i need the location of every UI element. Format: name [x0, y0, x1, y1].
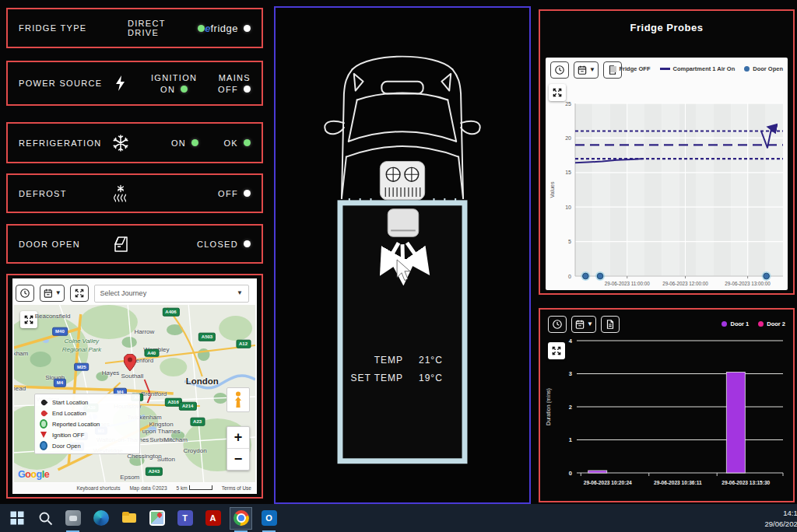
- time-range-button[interactable]: [548, 316, 567, 333]
- taskbar-icon-acrobat[interactable]: A: [202, 508, 223, 529]
- fridge-probes-panel: Fridge Probes ▼ Fridge OFFCompartment 1 …: [539, 9, 795, 295]
- zoom-in-button[interactable]: +: [227, 427, 249, 449]
- map-town-label: okham: [14, 349, 28, 356]
- expand-button[interactable]: [70, 285, 89, 302]
- probe-chart: 0510152025Values29-06-2023 11:00:0029-06…: [546, 81, 788, 289]
- svg-text:25: 25: [565, 101, 571, 107]
- legend-label: Door 1: [730, 320, 749, 327]
- dot-marker: [744, 66, 750, 72]
- date-picker-button[interactable]: ▼: [574, 61, 599, 79]
- map-town-label: head: [14, 385, 26, 392]
- map-town-label: London: [186, 376, 219, 386]
- keyboard-shortcuts-link[interactable]: Keyboard shortcuts: [76, 485, 120, 491]
- door-panel: DOOR OPEN CLOSED: [6, 224, 263, 264]
- square-marker: [610, 66, 616, 72]
- svg-text:15: 15: [565, 170, 571, 175]
- temp-value: 21°C: [419, 355, 443, 366]
- svg-text:3: 3: [569, 370, 572, 377]
- road-badge: M40: [52, 327, 68, 336]
- mains-dot: [244, 86, 251, 93]
- svg-text:4: 4: [569, 338, 573, 345]
- car-door-icon: [111, 234, 131, 254]
- date-picker-button[interactable]: ▼: [571, 316, 596, 333]
- google-logo: Google: [18, 469, 49, 480]
- map-town-label: Hayes: [102, 369, 120, 376]
- road-badge: A503: [198, 333, 216, 341]
- svg-text:2: 2: [569, 404, 572, 411]
- svg-text:0: 0: [569, 470, 572, 477]
- brand-logo: efridge: [205, 23, 238, 34]
- taskbar-icon-edge[interactable]: [90, 508, 111, 529]
- set-temp-label: SET TEMP: [342, 373, 403, 383]
- map-town-label: Brentford: [141, 390, 167, 397]
- location-pin-icon[interactable]: [124, 354, 136, 374]
- taskbar-icon-outlook[interactable]: O: [258, 508, 279, 529]
- door-label: DOOR OPEN: [19, 240, 111, 249]
- zoom-out-button[interactable]: −: [227, 449, 249, 470]
- temperature-readout: TEMP 21°C SET TEMP 19°C: [342, 355, 467, 390]
- taskbar-icon-app-gray[interactable]: [62, 508, 83, 529]
- legend-item-door-open[interactable]: Door Open: [744, 65, 783, 72]
- clock-date: 29/06/2023: [747, 519, 797, 530]
- legend-label: Door Open: [753, 65, 783, 72]
- probe-chart-card: ▼ Fridge OFFCompartment 1 Air OnDoor Ope…: [546, 58, 788, 290]
- vehicle-panel: TEMP 21°C SET TEMP 19°C: [274, 6, 531, 504]
- taskbar-clock[interactable]: 14:16 29/06/2023: [747, 508, 797, 530]
- drive-mode-value: DIRECT DRIVE: [128, 19, 192, 37]
- map-zoom-control: + −: [226, 426, 250, 471]
- taskbar-icon-maps[interactable]: [146, 508, 167, 529]
- map-view[interactable]: BeaconsfieldColne ValleyRegional ParkHar…: [14, 305, 255, 482]
- legend-item-door-2[interactable]: Door 2: [758, 320, 785, 327]
- dot-marker: [722, 321, 727, 327]
- map-town-label: Beaconsfield: [35, 312, 71, 319]
- refrigeration-state-dot: [191, 139, 198, 146]
- power-source-panel: POWER SOURCE IGNITION ON MAINS OFF: [6, 61, 263, 106]
- legend-item-fridge-off[interactable]: Fridge OFF: [610, 65, 651, 72]
- road-badge: A23: [190, 418, 205, 426]
- svg-text:29-06-2023 11:00:00: 29-06-2023 11:00:00: [605, 281, 651, 286]
- journey-select-value: Select Journey: [100, 289, 147, 297]
- svg-text:1: 1: [569, 436, 572, 443]
- svg-text:20: 20: [565, 135, 571, 141]
- map-legend-label: Ignition OFF: [52, 432, 84, 439]
- legend-item-door-1[interactable]: Door 1: [722, 320, 749, 327]
- brand-status-dot: [244, 25, 251, 32]
- chevron-down-icon: ▼: [237, 290, 243, 296]
- taskbar-icons: TAO: [6, 508, 279, 529]
- export-button[interactable]: [601, 316, 620, 333]
- taskbar-icon-start[interactable]: [6, 508, 27, 529]
- probe-legend: Fridge OFFCompartment 1 Air OnDoor Open: [610, 65, 783, 72]
- refrigeration-status: OK: [224, 138, 239, 148]
- date-picker-button[interactable]: ▼: [40, 285, 65, 302]
- lightning-icon: [111, 73, 131, 93]
- map-legend-label: End Location: [52, 410, 86, 417]
- legend-item-compartment-1-air-on[interactable]: Compartment 1 Air On: [660, 65, 736, 72]
- refrigeration-state: ON: [171, 138, 186, 148]
- time-range-button[interactable]: [16, 285, 34, 302]
- refrigeration-panel: REFRIGERATION ON OK: [6, 122, 263, 163]
- refrigeration-label: REFRIGERATION: [19, 138, 111, 148]
- taskbar-icon-teams[interactable]: T: [174, 508, 195, 529]
- pegman-control[interactable]: [226, 387, 250, 412]
- map-legend-label: Reported Location: [52, 421, 100, 428]
- defrost-icon: [111, 184, 131, 204]
- time-range-button[interactable]: [550, 61, 569, 79]
- door-state: CLOSED: [197, 240, 238, 249]
- temp-label: TEMP: [342, 355, 403, 366]
- door-state-dot: [244, 240, 251, 247]
- map-town-label: Colne Valley: [64, 337, 99, 344]
- terms-link[interactable]: Terms of Use: [222, 485, 251, 491]
- taskbar-icon-explorer[interactable]: [118, 508, 139, 529]
- defrost-label: DEFROST: [19, 189, 111, 198]
- taskbar-icon-search[interactable]: [34, 508, 55, 529]
- defrost-panel: DEFROST OFF: [6, 173, 263, 213]
- journey-select[interactable]: Select Journey ▼: [94, 285, 249, 303]
- taskbar-icon-chrome[interactable]: [230, 508, 251, 529]
- map-scale: 5 km: [177, 485, 212, 491]
- road-badge: A243: [146, 467, 163, 476]
- road-badge: M25: [74, 363, 90, 372]
- windows-taskbar: TAO 14:16 29/06/2023: [0, 504, 797, 532]
- defrost-state-dot: [244, 190, 251, 197]
- map-legend-item: Reported Location: [40, 420, 135, 428]
- pin-down-red-icon: [40, 431, 47, 439]
